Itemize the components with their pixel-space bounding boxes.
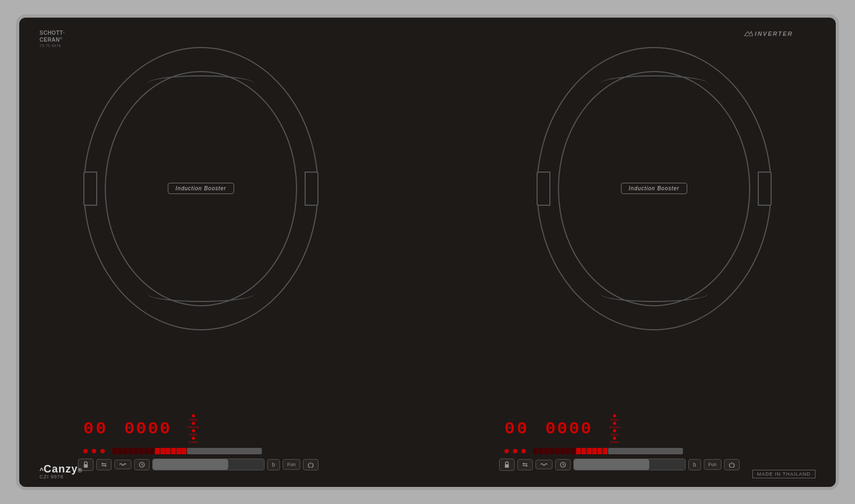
button-row-left: b Fun [78,459,383,471]
wave-button-left[interactable] [114,460,131,469]
time-display-right: 00 [504,419,529,439]
clock-button-right[interactable] [555,459,571,470]
power-button-right[interactable] [724,459,740,470]
canzy-name: Canzy [44,463,78,475]
induction-label-right: Induction Booster [621,183,688,194]
power-bar-right [533,448,683,454]
burner-right-inner: Induction Booster [558,71,750,306]
dot-red-3-left [100,449,105,453]
burner-right: Induction Booster [537,47,772,330]
dot-red-2-right [513,449,517,453]
svg-rect-9 [505,464,509,467]
button-row-right: b Fun [499,459,804,471]
dot-red-2-left [92,449,96,453]
fun-button-left[interactable]: Fun [283,459,301,470]
svg-line-16 [563,464,564,465]
schott-logo: SCHOTT· CERAN® 75.70.9978 [40,29,65,48]
canzy-reg: ® [78,467,82,474]
wave-button-right[interactable] [535,460,553,469]
power-display-right: 0000 [545,419,593,439]
control-zone-left: 00 0000 Steam Stewing Sticky Power [62,414,383,471]
dot-red-1-left [83,449,88,453]
inverter-logo: INVERTER [744,29,793,38]
dot-red-1-right [504,449,509,453]
svg-rect-1 [84,464,88,467]
func-indicators-left: Steam Stewing Sticky Power [188,414,199,444]
slider-left[interactable] [152,459,265,470]
canzy-logo-section: ^ Canzy ® CZI 9978 [40,463,82,479]
burner-mode-button-right[interactable] [517,459,533,470]
svg-line-8 [142,464,143,465]
canzy-chevron: ^ [40,466,44,474]
fun-button-right[interactable]: Fun [704,459,722,470]
burner-left-inner: Induction Booster [105,71,297,306]
power-bar-left [112,448,262,454]
time-display-left: 00 [83,419,108,439]
svg-marker-0 [744,32,753,36]
b-button-left[interactable]: b [267,459,280,470]
power-button-left[interactable] [303,459,318,470]
burner-left: Induction Booster [83,47,318,330]
lock-button-right[interactable] [499,459,515,471]
b-button-right[interactable]: b [688,459,701,470]
burner-mode-button-left[interactable] [96,459,112,470]
power-display-left: 0000 [124,419,172,439]
control-zone-right: 00 0000 Steam Stewing Sticky Power [483,414,804,471]
dot-red-3-right [522,449,526,453]
induction-label-left: Induction Booster [168,183,235,194]
made-in-thailand: MADE IN THAILAND [752,470,815,478]
slider-right[interactable] [573,459,686,470]
cooktop: SCHOTT· CERAN® 75.70.9978 INVERTER Induc… [16,14,839,490]
func-indicators-right: Steam Stewing Sticky Power [609,414,620,444]
clock-button-left[interactable] [134,459,150,470]
